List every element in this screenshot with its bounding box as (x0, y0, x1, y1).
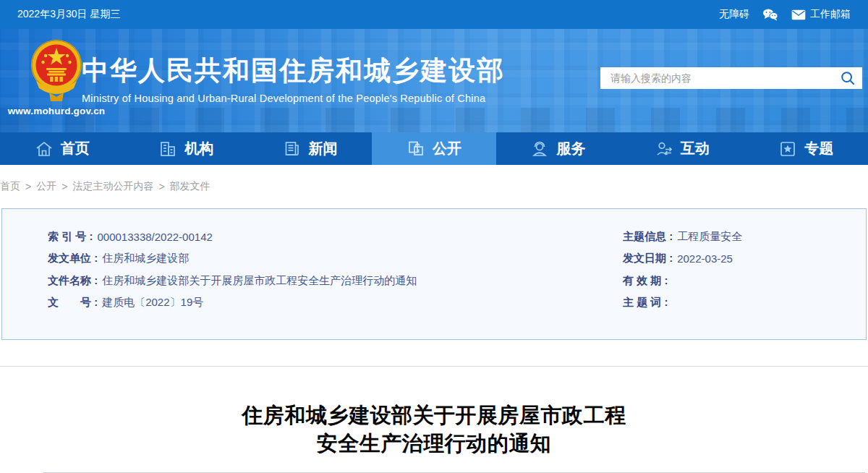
nav-tab-organization[interactable]: 机构 (124, 132, 247, 165)
site-url: www.mohurd.gov.cn (6, 106, 107, 116)
nav-tab-label: 服务 (556, 139, 585, 158)
search-input[interactable] (600, 67, 833, 89)
breadcrumb-separator: > (61, 181, 67, 192)
metadata-right-column: 主题信息 : 工程质量安全 发文日期 : 2022-03-25 有 效 期 : … (616, 226, 866, 339)
accessibility-link[interactable]: 无障碍 (719, 8, 749, 21)
interaction-icon (655, 140, 673, 158)
meta-value: 工程质量安全 (677, 230, 742, 244)
meta-row-issue-date: 发文日期 : 2022-03-25 (623, 248, 866, 270)
document-title: 住房和城乡建设部关于开展房屋市政工程 安全生产治理行动的通知 (0, 401, 868, 458)
breadcrumb-item-home[interactable]: 首页 (0, 180, 20, 193)
meta-value: 000013338/2022-00142 (98, 231, 213, 243)
work-mailbox-link[interactable]: 工作邮箱 (791, 8, 851, 21)
document-title-line2: 安全生产治理行动的通知 (0, 430, 868, 458)
nav-tab-service[interactable]: 服务 (496, 132, 620, 165)
meta-row-issuing-unit: 发文单位 : 住房和城乡建设部 (48, 248, 616, 270)
site-title: 中华人民共和国住房和城乡建设部 (82, 55, 505, 87)
accessibility-label: 无障碍 (719, 8, 749, 21)
meta-row-keywords: 主 题 词 : (623, 292, 866, 315)
top-bar: 2022年3月30日 星期三 无障碍 工 (0, 0, 868, 29)
mail-icon (791, 9, 806, 20)
site-header: www.mohurd.gov.cn 中华人民共和国住房和城乡建设部 Minist… (0, 29, 868, 132)
metadata-left-column: 索 引 号 : 000013338/2022-00142 发文单位 : 住房和城… (2, 226, 616, 339)
current-date: 2022年3月30日 星期三 (17, 8, 120, 21)
nav-tab-label: 首页 (61, 139, 90, 158)
meta-value: 住房和城乡建设部关于开展房屋市政工程安全生产治理行动的通知 (102, 274, 417, 288)
search-icon (841, 71, 855, 85)
meta-row-topic-info: 主题信息 : 工程质量安全 (623, 226, 866, 248)
service-icon (530, 140, 549, 158)
national-emblem-icon (29, 35, 84, 104)
breadcrumb-separator: > (25, 181, 31, 192)
meta-row-index-number: 索 引 号 : 000013338/2022-00142 (48, 226, 616, 248)
section-gap (0, 340, 868, 366)
document-content-section: 住房和城乡建设部关于开展房屋市政工程 安全生产治理行动的通知 (0, 366, 868, 472)
wechat-icon[interactable] (762, 8, 778, 21)
meta-label: 文 号 : (48, 296, 98, 310)
search-box (600, 67, 862, 89)
topic-icon (778, 140, 797, 158)
meta-label: 发文单位 : (48, 252, 98, 265)
nav-tab-label: 公开 (433, 139, 461, 158)
nav-tab-label: 互动 (681, 139, 710, 158)
meta-label: 发文日期 : (623, 252, 673, 265)
document-title-line1: 住房和城乡建设部关于开展房屋市政工程 (0, 401, 868, 430)
meta-label: 主题信息 : (623, 230, 673, 244)
news-icon (283, 140, 302, 158)
meta-value: 2022-03-25 (677, 252, 733, 265)
meta-label: 主 题 词 : (623, 296, 668, 310)
breadcrumb-item-ministry-documents[interactable]: 部发文件 (170, 180, 210, 193)
meta-row-document-name: 文件名称 : 住房和城乡建设部关于开展房屋市政工程安全生产治理行动的通知 (48, 270, 616, 292)
search-button[interactable] (833, 67, 862, 89)
breadcrumb-separator: > (158, 181, 164, 192)
site-subtitle: Ministry of Housing and Urban-Rural Deve… (82, 93, 505, 104)
nav-tab-interaction[interactable]: 互动 (620, 132, 744, 165)
breadcrumb-item-disclosure[interactable]: 公开 (36, 180, 56, 193)
top-bar-links: 无障碍 工作邮箱 (719, 8, 851, 21)
nav-tab-news[interactable]: 新闻 (248, 132, 372, 165)
nav-tab-label: 专题 (804, 139, 833, 158)
nav-tab-label: 机构 (184, 139, 213, 158)
nav-tab-disclosure[interactable]: 公开 (372, 132, 495, 165)
meta-value: 建质电〔2022〕19号 (102, 296, 203, 310)
site-title-block: 中华人民共和国住房和城乡建设部 Ministry of Housing and … (82, 55, 505, 104)
main-nav: 首页 机构 新闻 公开 服务 (0, 132, 868, 165)
meta-row-validity: 有 效 期 : (623, 270, 866, 292)
document-metadata-card: 索 引 号 : 000013338/2022-00142 发文单位 : 住房和城… (1, 208, 867, 340)
nav-tab-topic[interactable]: 专题 (744, 132, 868, 165)
breadcrumb: 首页 > 公开 > 法定主动公开内容 > 部发文件 (0, 165, 868, 208)
organization-icon (158, 140, 177, 158)
breadcrumb-item-statutory[interactable]: 法定主动公开内容 (72, 180, 153, 193)
meta-label: 有 效 期 : (623, 274, 668, 288)
nav-tab-label: 新闻 (309, 139, 338, 158)
disclosure-icon (407, 140, 425, 158)
building-treeline (0, 108, 868, 132)
mailbox-label: 工作邮箱 (810, 8, 851, 21)
nav-tab-home[interactable]: 首页 (0, 132, 124, 165)
meta-value: 住房和城乡建设部 (102, 252, 189, 265)
meta-label: 索 引 号 : (48, 230, 93, 244)
home-icon (35, 140, 54, 158)
meta-row-document-number: 文 号 : 建质电〔2022〕19号 (48, 292, 616, 315)
meta-label: 文件名称 : (48, 274, 98, 288)
